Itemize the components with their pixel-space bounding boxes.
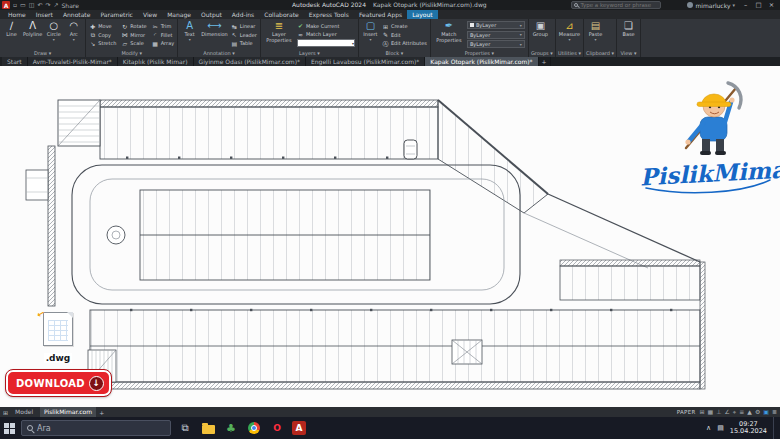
snap-mode-icon[interactable]: ▦ — [708, 407, 714, 417]
layout-grid-icon[interactable]: ⊞ — [3, 409, 8, 416]
panel-footer-utilities[interactable]: Utilities ▾ — [558, 49, 581, 57]
stretch-button[interactable]: ↘Stretch — [89, 40, 116, 47]
file-tab-avm-tuvaleti-pislik-mimar[interactable]: Avm-Tuvaleti-Pislik-Mimar* — [28, 57, 118, 66]
grid-display-icon[interactable]: ⊞ — [700, 407, 705, 417]
ribbon-tab-parametric[interactable]: Parametric — [95, 10, 138, 19]
bylayer-dropdown-1[interactable]: ByLayer▾ — [467, 21, 525, 29]
workspace-switching-icon[interactable]: ⚙ — [755, 407, 760, 417]
opera-taskbar-icon[interactable]: O — [269, 420, 285, 436]
panel-footer-view[interactable]: View ▾ — [619, 49, 638, 57]
layer-properties-button[interactable]: ≣Layer Properties — [264, 20, 294, 49]
taskbar-clock[interactable]: 09:27 15.04.2024 — [730, 421, 767, 436]
linear-button[interactable]: ↹Linear — [231, 23, 257, 30]
layer-dropdown[interactable]: ▾ — [297, 39, 355, 47]
file-tab-kitapl-k-pislik-mimar[interactable]: Kitaplık (Pislik Mimar) — [118, 57, 194, 66]
paper-space-toggle[interactable]: PAPER — [677, 409, 696, 415]
fillet-button[interactable]: ◜Fillet — [152, 31, 174, 38]
autocad-taskbar-icon[interactable]: A — [292, 421, 306, 435]
trim-button[interactable]: ✂Trim — [152, 23, 174, 30]
copy-button[interactable]: ⧉Copy — [89, 31, 116, 38]
save-icon[interactable]: ◫ — [29, 0, 35, 10]
arc-button[interactable]: ◠Arc▾ — [65, 20, 82, 49]
circle-button[interactable]: ○Circle▾ — [45, 20, 62, 49]
new-drawing-tab-button[interactable]: + — [539, 57, 551, 66]
ribbon-tab-output[interactable]: Output — [196, 10, 227, 19]
panel-footer-groups[interactable]: Groups ▾ — [531, 49, 553, 57]
ribbon-tab-home[interactable]: Home — [3, 10, 31, 19]
panel-footer-properties[interactable]: Properties ▾ — [433, 49, 526, 57]
chrome-taskbar-icon[interactable] — [246, 420, 262, 436]
layout-tab-pislikmimar-com[interactable]: PislikMimar.com — [40, 407, 96, 417]
autocad-logo-icon[interactable]: A — [2, 1, 10, 9]
text-button[interactable]: AText▾ — [181, 20, 198, 49]
model-space-tab[interactable]: Model — [11, 407, 37, 417]
drawing-canvas[interactable]: PislikMimar ↙ .dwg DOWNLOAD ↓ — [0, 66, 780, 407]
ribbon-tab-add-ins[interactable]: Add-ins — [227, 10, 259, 19]
file-tab-kapak-otopark-pislikmimar-com[interactable]: Kapak Otopark (PislikMimar.com)* — [425, 57, 538, 66]
insert-button[interactable]: ▢Insert▾ — [362, 20, 379, 49]
array-button[interactable]: ▦Array — [152, 40, 174, 47]
download-button[interactable]: DOWNLOAD ↓ — [6, 370, 111, 396]
customization-icon[interactable]: ≣ — [772, 407, 777, 417]
create-button[interactable]: ⊞Create — [382, 23, 427, 30]
group-button[interactable]: ▣Group — [532, 20, 549, 49]
taskbar-search[interactable]: Ara — [21, 420, 171, 436]
match-layer-button[interactable]: ≈Match Layer — [297, 31, 355, 38]
photos-taskbar-icon[interactable]: ♣ — [223, 420, 239, 436]
close-button[interactable]: × — [765, 0, 778, 10]
new-file-icon[interactable]: ▫ — [13, 0, 17, 10]
comment-icon[interactable]: ▣ — [763, 407, 769, 417]
new-layout-button[interactable]: + — [99, 409, 104, 416]
edit-button[interactable]: ✎Edit — [382, 31, 427, 38]
base-button[interactable]: ❏Base — [620, 20, 637, 49]
mirror-button[interactable]: ⋈Mirror — [121, 31, 146, 38]
rotate-button[interactable]: ↻Rotate — [121, 23, 146, 30]
undo-icon[interactable]: ↶ — [37, 0, 42, 10]
panel-footer-modify[interactable]: Modify ▾ — [88, 49, 175, 57]
ribbon-tab-featured-apps[interactable]: Featured Apps — [354, 10, 407, 19]
maximize-button[interactable]: □ — [752, 0, 765, 10]
ribbon-tab-insert[interactable]: Insert — [31, 10, 58, 19]
make-current-button[interactable]: ✔Make Current — [297, 22, 355, 29]
file-tab-engelli-lavabosu-pislikmimar-com[interactable]: Engelli Lavabosu (PislikMimar.com)* — [306, 57, 425, 66]
panel-footer-layers[interactable]: Layers ▾ — [263, 49, 356, 57]
ribbon-tab-collaborate[interactable]: Collaborate — [259, 10, 304, 19]
file-tab-start[interactable]: Start — [2, 57, 28, 66]
bylayer-dropdown-3[interactable]: ByLayer▾ — [467, 40, 525, 48]
annotation-scale-icon[interactable]: ▲ — [747, 407, 752, 417]
share-icon[interactable]: ↗ — [53, 0, 58, 10]
scale-button[interactable]: ▱Scale — [121, 40, 146, 47]
panel-footer-clipboard[interactable]: Clipboard ▾ — [586, 49, 614, 57]
match-properties-button[interactable]: ✒Match Properties — [434, 20, 464, 49]
tray-expand-icon[interactable]: ∧ — [706, 424, 711, 432]
ribbon-tab-express-tools[interactable]: Express Tools — [304, 10, 354, 19]
panel-footer-block[interactable]: Block ▾ — [361, 49, 428, 57]
bylayer-dropdown-2[interactable]: ByLayer▾ — [467, 31, 525, 39]
start-button[interactable] — [4, 423, 15, 434]
ribbon-tab-layout[interactable]: Layout — [407, 10, 437, 19]
minimize-button[interactable]: – — [739, 0, 752, 10]
edit-attributes-button[interactable]: ⒶEdit Attributes — [382, 40, 427, 47]
panel-footer-draw[interactable]: Draw ▾ — [2, 49, 83, 57]
show-desktop-button[interactable] — [773, 417, 776, 439]
line-button[interactable]: ∕Line — [3, 20, 20, 49]
lineweight-icon[interactable]: ≡ — [739, 407, 744, 417]
ribbon-tab-manage[interactable]: Manage — [162, 10, 196, 19]
move-button[interactable]: ✚Move — [89, 23, 116, 30]
share-label[interactable]: Share — [62, 2, 79, 9]
help-search[interactable] — [571, 1, 661, 9]
account-menu[interactable]: mimarlucky ▾ — [687, 2, 735, 9]
task-view-taskbar-icon[interactable]: ⧉ — [177, 420, 193, 436]
ribbon-tab-annotate[interactable]: Annotate — [58, 10, 95, 19]
open-file-icon[interactable]: ▭ — [20, 0, 26, 10]
leader-button[interactable]: ↖Leader — [231, 31, 257, 38]
panel-footer-annotation[interactable]: Annotation ▾ — [180, 49, 258, 57]
redo-icon[interactable]: ↷ — [45, 0, 50, 10]
measure-button[interactable]: ⊿Measure▾ — [559, 20, 580, 49]
file-tab-giyinme-odas-pislikmimar-com[interactable]: Giyinme Odası (PislikMimar.com)* — [194, 57, 306, 66]
table-button[interactable]: ▤Table — [231, 40, 257, 47]
ribbon-tab-view[interactable]: View — [138, 10, 162, 19]
polar-tracking-icon[interactable]: ∠ — [724, 407, 729, 417]
paste-button[interactable]: ▤Paste▾ — [587, 20, 604, 49]
notifications-icon[interactable]: ▤ — [717, 424, 724, 432]
